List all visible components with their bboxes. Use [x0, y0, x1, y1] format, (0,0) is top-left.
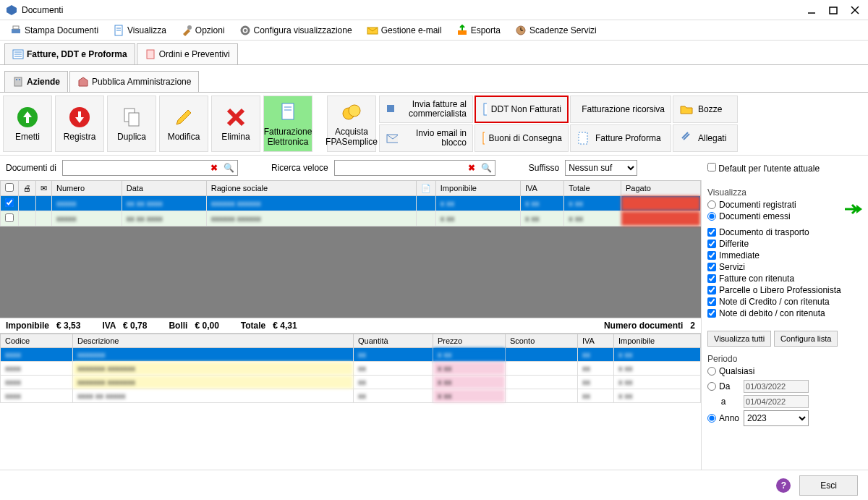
- btn-invia-commercialista[interactable]: Invia fatture al commercialista: [379, 96, 473, 123]
- radio-registrati[interactable]: Documenti registrati: [707, 199, 862, 211]
- input-da[interactable]: [744, 380, 809, 393]
- svg-rect-22: [147, 50, 154, 59]
- col-ragione[interactable]: Ragione sociale: [206, 181, 416, 196]
- btn-emetti[interactable]: Emetti: [3, 96, 52, 152]
- table-row[interactable]: xxxxxxxxxxx xxxxxxxxxx xxxxx xx: [1, 376, 701, 389]
- btn-allegati[interactable]: Allegati: [673, 124, 738, 152]
- gear-icon: [239, 25, 251, 36]
- table-row[interactable]: xxxxxxxx xx xxxxxxxx xxxxx xx: [1, 389, 701, 403]
- footer: ? Esci: [0, 470, 868, 500]
- arrow-right-icon: [845, 203, 862, 215]
- select-anno[interactable]: 2023: [744, 410, 809, 426]
- check-immediate[interactable]: Immediate: [707, 250, 862, 261]
- tab-pa[interactable]: Pubblica Amministrazione: [69, 71, 199, 92]
- minimize-button[interactable]: [807, 6, 816, 14]
- menu-gestione-email[interactable]: Gestione e-mail: [362, 23, 446, 38]
- menu-scadenze[interactable]: Scadenze Servizi: [511, 23, 601, 38]
- radio-qualsiasi[interactable]: Qualsiasi: [707, 365, 862, 377]
- col-prezzo[interactable]: Prezzo: [433, 334, 506, 348]
- col-codice[interactable]: Codice: [1, 334, 73, 348]
- select-suffisso[interactable]: Nessun suf: [565, 160, 637, 176]
- radio-anno[interactable]: Anno: [707, 412, 739, 424]
- input-documenti-di[interactable]: [63, 161, 208, 175]
- check-note-debito[interactable]: Note di debito / con ritenuta: [707, 308, 862, 319]
- menu-opzioni[interactable]: Opzioni: [176, 23, 229, 38]
- sidebar-visualizza-header: Visualizza: [707, 187, 862, 198]
- building-icon: [12, 76, 24, 88]
- btn-buoni-consegna[interactable]: Buoni di Consegna: [475, 124, 569, 152]
- col-imponibile[interactable]: Imponibile: [435, 181, 520, 196]
- clear-documenti-di[interactable]: ✖: [208, 163, 221, 173]
- check-differite[interactable]: Differite: [707, 238, 862, 250]
- svg-rect-30: [282, 103, 294, 119]
- check-servizi[interactable]: Servizi: [707, 261, 862, 273]
- search-ricerca-icon[interactable]: 🔍: [478, 163, 495, 173]
- clear-ricerca-veloce[interactable]: ✖: [465, 163, 478, 173]
- tab-ordini[interactable]: Ordini e Preventivi: [137, 43, 238, 64]
- btn-fatt-elettronica[interactable]: Fatturazione Elettronica: [263, 96, 312, 152]
- pencil-icon: [172, 106, 195, 129]
- btn-proforma[interactable]: Fatture Proforma: [570, 124, 671, 152]
- delivery-icon: [481, 131, 485, 145]
- col-pagato[interactable]: Pagato: [621, 181, 701, 196]
- menu-visualizza[interactable]: Visualizza: [109, 23, 171, 38]
- col-data[interactable]: Data: [122, 181, 206, 196]
- table-row[interactable]: xxxxxxxxxxx xxxxxxxxxx xxxxx xx: [1, 362, 701, 376]
- input-a[interactable]: [744, 395, 809, 408]
- check-note-credito[interactable]: Note di Credito / con ritenuta: [707, 296, 862, 308]
- check-list[interactable]: Documento di trasporto Differite Immedia…: [707, 226, 862, 328]
- col-iva[interactable]: IVA: [520, 181, 563, 196]
- btn-bozze[interactable]: Bozze: [673, 96, 738, 123]
- titlebar: Documenti: [0, 0, 868, 20]
- col-sconto[interactable]: Sconto: [506, 334, 578, 348]
- svg-rect-24: [16, 79, 17, 80]
- folder-icon: [679, 102, 694, 116]
- search-documenti-di-icon[interactable]: 🔍: [221, 163, 237, 173]
- radio-da[interactable]: Da: [707, 381, 739, 392]
- tab-fatture[interactable]: Fatture, DDT e Proforma: [4, 43, 135, 64]
- col-iva2[interactable]: IVA: [578, 334, 614, 348]
- btn-visualizza-tutti[interactable]: Visualizza tutti: [707, 331, 771, 347]
- col-quantita[interactable]: Quantità: [354, 334, 433, 348]
- menu-esporta[interactable]: Esporta: [452, 23, 505, 38]
- check-fatture-ritenuta[interactable]: Fatture con ritenuta: [707, 273, 862, 284]
- check-parcelle[interactable]: Parcelle o Libero Professionista: [707, 284, 862, 296]
- col-numero[interactable]: Numero: [52, 181, 122, 196]
- btn-elimina[interactable]: Elimina: [211, 96, 260, 152]
- radio-emessi[interactable]: Documenti emessi: [707, 211, 862, 222]
- maximize-button[interactable]: [829, 6, 838, 14]
- close-button[interactable]: [851, 6, 859, 14]
- svg-marker-0: [7, 5, 17, 15]
- btn-acquista[interactable]: Acquista FPASemplice: [327, 96, 376, 152]
- col-imponibile2[interactable]: Imponibile: [614, 334, 701, 348]
- input-ricerca-veloce[interactable]: [335, 161, 465, 175]
- tab-aziende[interactable]: Aziende: [4, 71, 68, 92]
- btn-fatt-ricorsiva[interactable]: 12Fatturazione ricorsiva: [570, 96, 671, 123]
- help-icon[interactable]: ?: [776, 478, 791, 493]
- btn-modifica[interactable]: Modifica: [159, 96, 208, 152]
- tabs-primary: Fatture, DDT e Proforma Ordini e Prevent…: [0, 41, 868, 65]
- check-doc-trasporto[interactable]: Documento di trasporto: [707, 226, 862, 238]
- btn-configura-lista[interactable]: Configura lista: [774, 331, 838, 347]
- btn-esci[interactable]: Esci: [799, 475, 858, 496]
- grid-lines[interactable]: Codice Descrizione Quantità Prezzo Scont…: [0, 334, 701, 470]
- toolbar: Emetti Registra Duplica Modifica Elimina…: [0, 93, 868, 156]
- label-ricerca-veloce: Ricerca veloce: [271, 163, 328, 173]
- table-row[interactable]: xxxxxxx xx xxxxxxxxxx xxxxxxx xxx xxx xx: [1, 196, 701, 211]
- menu-stampa[interactable]: Stampa Documenti: [6, 23, 103, 38]
- svg-rect-2: [830, 7, 837, 14]
- col-descrizione[interactable]: Descrizione: [73, 334, 354, 348]
- mail-icon: [367, 25, 378, 36]
- col-totale[interactable]: Totale: [564, 181, 621, 196]
- btn-registra[interactable]: Registra: [55, 96, 104, 152]
- checkbox-default-user[interactable]: Default per l'utente attuale: [707, 163, 820, 174]
- table-row[interactable]: xxxxxxx xx xxxxxxxxxx xxxxxxx xxx xxx xx: [1, 211, 701, 226]
- btn-ddt-non-fatturati[interactable]: DDT Non Fatturati: [475, 96, 569, 123]
- btn-duplica[interactable]: Duplica: [107, 96, 156, 152]
- table-row[interactable]: xxxxxxxxxxxxxx xxxxx xx: [1, 348, 701, 362]
- col-check[interactable]: [1, 181, 19, 196]
- send-icon: [386, 102, 394, 116]
- btn-invio-email[interactable]: Invio email in blocco: [379, 124, 473, 152]
- grid-documents[interactable]: 🖨 ✉ Numero Data Ragione sociale 📄 Imponi…: [0, 180, 701, 318]
- menu-configura[interactable]: Configura visualizzazione: [235, 23, 357, 38]
